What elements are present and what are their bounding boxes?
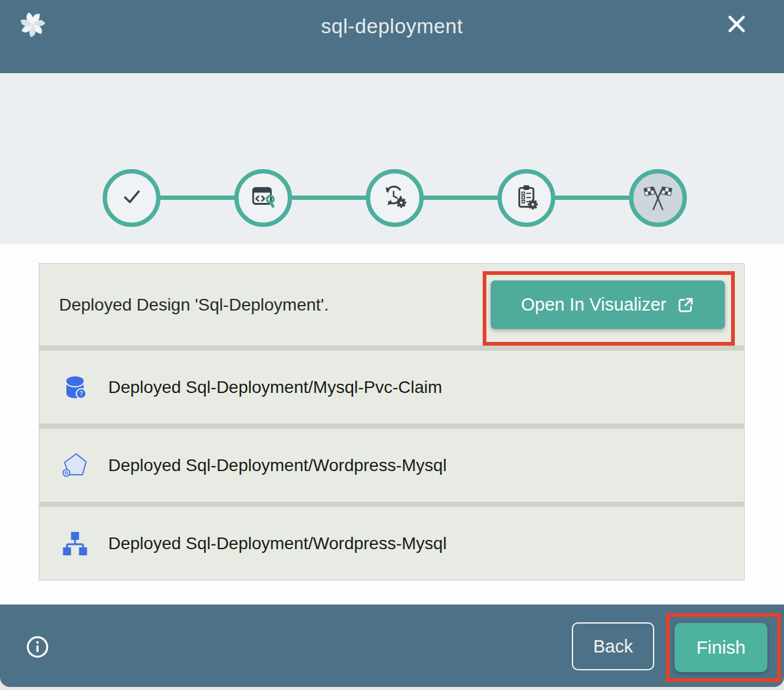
results-panel: Deployed Design 'Sql-Deployment'. Open I… [0, 244, 784, 605]
hierarchy-icon [60, 529, 90, 558]
step-circle-dry-run[interactable] [366, 169, 424, 227]
clipboard-gear-icon [512, 183, 540, 213]
sync-gear-icon [381, 183, 409, 213]
deployment-dialog: sql-deployment [0, 0, 784, 690]
step-circle-identify-environments[interactable] [234, 169, 292, 227]
step-circle-finalize-deployment[interactable] [497, 169, 555, 227]
results-list: Deployed Design 'Sql-Deployment'. Open I… [39, 263, 745, 581]
result-text: Deployed Sql-Deployment/Wordpress-Mysql [108, 456, 446, 475]
dialog-title: sql-deployment [0, 15, 784, 38]
summary-row: Deployed Design 'Sql-Deployment'. Open I… [39, 263, 745, 346]
summary-text: Deployed Design 'Sql-Deployment'. [59, 295, 329, 315]
result-text: Deployed Sql-Deployment/Wordpress-Mysql [108, 534, 446, 553]
checkered-flags-icon [642, 181, 674, 215]
dialog-footer: Back Finish [0, 605, 784, 687]
result-row-wordpress-mysql-2: Deployed Sql-Deployment/Wordpress-Mysql [39, 506, 745, 581]
step-circle-validate-design[interactable] [103, 169, 160, 227]
deployment-stepper: Validate Design Identify Environments Dr… [0, 73, 784, 244]
check-icon [117, 183, 146, 213]
database-icon: ? [60, 373, 90, 402]
external-link-icon [676, 296, 695, 314]
result-text: Deployed Sql-Deployment/Mysql-Pvc-Claim [108, 378, 442, 397]
dialog-header: sql-deployment [0, 0, 784, 73]
finish-button[interactable]: Finish [675, 623, 767, 672]
result-row-mysql-pvc-claim: ? Deployed Sql-Deployment/Mysql-Pvc-Clai… [39, 350, 745, 424]
back-button[interactable]: Back [572, 622, 654, 670]
open-in-visualizer-label: Open In Visualizer [521, 295, 666, 315]
svg-text:?: ? [79, 390, 83, 397]
close-icon[interactable] [724, 12, 749, 36]
open-in-visualizer-button[interactable]: Open In Visualizer [491, 280, 725, 329]
step-circle-finish[interactable] [629, 169, 687, 227]
pentagon-icon [60, 451, 90, 480]
info-icon[interactable] [26, 635, 49, 659]
code-wrench-icon [249, 183, 277, 213]
result-row-wordpress-mysql-1: Deployed Sql-Deployment/Wordpress-Mysql [39, 428, 745, 502]
